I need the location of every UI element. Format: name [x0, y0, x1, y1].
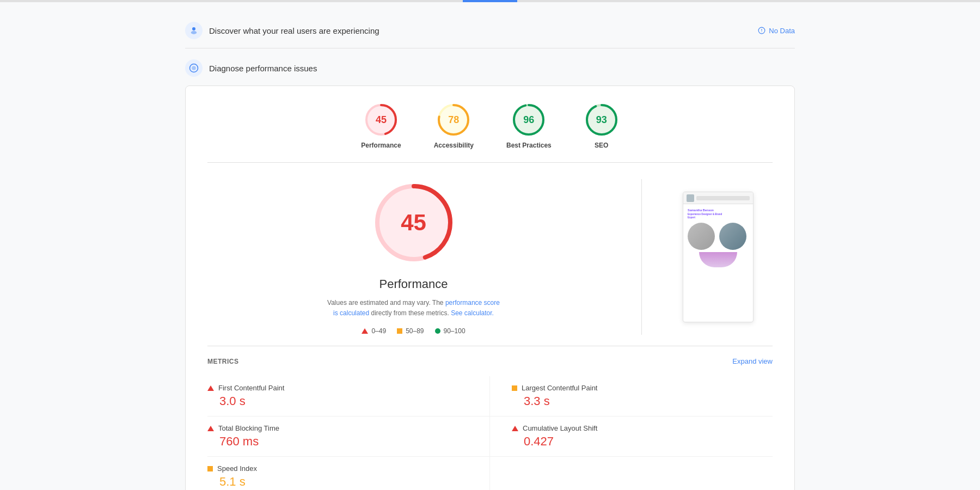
tbt-icon	[207, 426, 214, 431]
legend-item-red: 0–49	[362, 327, 386, 335]
diagnose-title: Diagnose performance issues	[209, 64, 317, 73]
cls-value: 0.427	[524, 434, 773, 449]
performance-description: Values are estimated and may vary. The p…	[327, 298, 501, 318]
cls-label-row: Cumulative Layout Shift	[512, 424, 773, 432]
diagnose-section-header: Diagnose performance issues	[185, 48, 795, 85]
performance-circle: 45	[364, 102, 399, 137]
page-container: Discover what your real users are experi…	[0, 0, 980, 490]
preview-person-name: Samantha Benson Experience Designer & Br…	[688, 209, 749, 219]
accessibility-score-value: 78	[448, 114, 459, 126]
desc-text-1: Values are estimated and may vary. The	[327, 299, 443, 307]
accessibility-circle: 78	[436, 102, 471, 137]
metric-item-fcp: First Contentful Paint 3.0 s	[207, 376, 490, 416]
fcp-icon	[207, 385, 214, 391]
fcp-label-row: First Contentful Paint	[207, 384, 468, 392]
preview-img-2	[719, 223, 746, 250]
site-preview-section: Samantha Benson Experience Designer & Br…	[664, 179, 773, 335]
legend-circle-icon	[435, 328, 440, 334]
si-label: Speed Index	[217, 464, 257, 473]
score-item-seo[interactable]: 93 SEO	[584, 102, 619, 149]
preview-img-1	[688, 223, 715, 250]
legend-red-label: 0–49	[371, 327, 386, 335]
preview-page-content: Samantha Benson Experience Designer & Br…	[683, 204, 753, 272]
metrics-grid: First Contentful Paint 3.0 s Largest Con…	[207, 376, 773, 490]
no-data-button[interactable]: No Data	[758, 27, 795, 35]
expand-view-button[interactable]: Expand view	[732, 357, 773, 365]
legend-orange-label: 50–89	[406, 327, 424, 335]
scores-row: 45 Performance 78 Accessibility	[207, 102, 773, 163]
seo-circle: 93	[584, 102, 619, 137]
seo-score-label: SEO	[595, 142, 608, 149]
discover-title: Discover what your real users are experi…	[209, 26, 751, 35]
best-practices-circle: 96	[511, 102, 546, 137]
info-icon	[758, 27, 765, 34]
preview-images-grid	[688, 223, 749, 250]
score-item-best-practices[interactable]: 96 Best Practices	[506, 102, 552, 149]
si-icon	[207, 466, 213, 471]
calculator-link[interactable]: See calculator.	[451, 309, 494, 317]
legend-square-icon	[397, 328, 402, 334]
preview-url-bar	[696, 196, 750, 200]
svg-point-0	[192, 27, 195, 30]
diagnose-icon	[185, 59, 203, 77]
cls-label: Cumulative Layout Shift	[523, 424, 597, 432]
fcp-value: 3.0 s	[219, 394, 468, 408]
main-card: 45 Performance 78 Accessibility	[185, 85, 795, 490]
top-bar	[0, 0, 980, 2]
main-content-row: 45 Performance Values are estimated and …	[207, 163, 773, 346]
tbt-label: Total Blocking Time	[218, 424, 279, 432]
legend-row: 0–49 50–89 90–100	[362, 327, 465, 335]
cls-icon	[512, 426, 518, 431]
vertical-divider	[641, 179, 642, 335]
si-label-row: Speed Index	[207, 464, 468, 473]
metric-item-cls: Cumulative Layout Shift 0.427	[490, 416, 773, 457]
preview-site-icon	[687, 194, 694, 202]
tbt-value: 760 ms	[219, 434, 468, 449]
best-practices-score-label: Best Practices	[506, 142, 552, 149]
discover-section-header: Discover what your real users are experi…	[185, 13, 795, 48]
preview-bottom-blob	[688, 252, 749, 267]
preview-toolbar	[683, 192, 753, 204]
performance-score-label: Performance	[361, 142, 401, 149]
si-value: 5.1 s	[219, 475, 468, 489]
svg-point-4	[192, 66, 196, 70]
site-preview-thumbnail: Samantha Benson Experience Designer & Br…	[683, 192, 754, 322]
metric-item-lcp: Largest Contentful Paint 3.3 s	[490, 376, 773, 416]
lcp-value: 3.3 s	[524, 394, 773, 408]
big-performance-circle: 45	[370, 179, 457, 266]
metrics-title: METRICS	[207, 358, 239, 365]
score-item-performance[interactable]: 45 Performance	[361, 102, 401, 149]
big-performance-value: 45	[401, 210, 426, 236]
performance-score-value: 45	[376, 114, 387, 126]
metrics-section: METRICS Expand view First Contentful Pai…	[207, 346, 773, 490]
content-area: Discover what your real users are experi…	[163, 2, 817, 490]
fcp-label: First Contentful Paint	[218, 384, 284, 392]
best-practices-score-value: 96	[523, 114, 534, 126]
discover-icon	[185, 22, 203, 39]
svg-point-1	[191, 31, 197, 34]
legend-triangle-icon	[362, 328, 368, 334]
seo-score-value: 93	[596, 114, 607, 126]
score-item-accessibility[interactable]: 78 Accessibility	[434, 102, 474, 149]
metric-item-tbt: Total Blocking Time 760 ms	[207, 416, 490, 457]
performance-detail-section: 45 Performance Values are estimated and …	[207, 179, 620, 335]
legend-green-label: 90–100	[444, 327, 465, 335]
legend-item-green: 90–100	[435, 327, 465, 335]
lcp-label-row: Largest Contentful Paint	[512, 384, 773, 392]
metrics-header: METRICS Expand view	[207, 357, 773, 365]
accessibility-score-label: Accessibility	[434, 142, 474, 149]
top-bar-progress	[463, 0, 517, 2]
no-data-label: No Data	[769, 27, 795, 35]
tbt-label-row: Total Blocking Time	[207, 424, 468, 432]
lcp-label: Largest Contentful Paint	[522, 384, 597, 392]
desc-text-2: directly from these metrics.	[371, 309, 449, 317]
big-performance-label: Performance	[379, 277, 448, 291]
metric-item-si: Speed Index 5.1 s	[207, 457, 490, 490]
preview-blob	[699, 252, 737, 267]
legend-item-orange: 50–89	[397, 327, 424, 335]
lcp-icon	[512, 385, 517, 391]
